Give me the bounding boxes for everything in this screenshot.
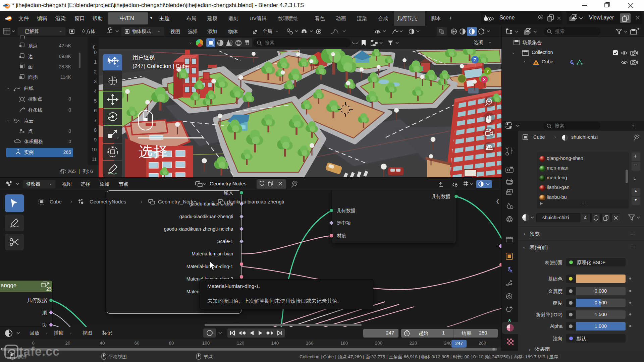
svg-text:23: 23 <box>46 286 52 292</box>
svg-text:Z: Z <box>474 57 476 62</box>
svg-text:Y: Y <box>486 69 489 74</box>
svg-text:X: X <box>483 77 486 82</box>
